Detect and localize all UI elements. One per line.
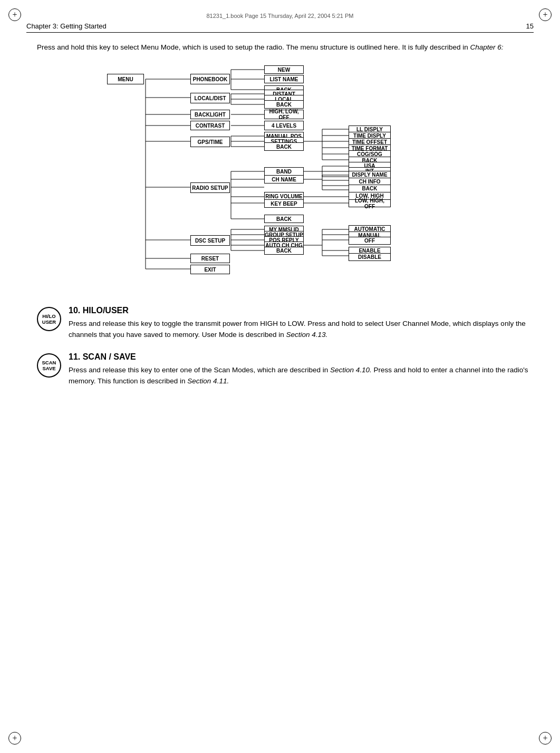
menu-box-off: OFF — [349, 237, 391, 245]
page-content: Press and hold this key to select Menu M… — [37, 42, 534, 399]
menu-box-new: NEW — [264, 65, 304, 74]
menu-box-radio-setup: RADIO SETUP — [190, 182, 230, 193]
registration-mark-br — [539, 732, 552, 745]
menu-box-back-ch: BACK — [349, 185, 391, 192]
scan-badge: SCANSAVE — [37, 353, 61, 378]
registration-mark-tl — [8, 8, 21, 21]
menu-box-dsc-setup: DSC SETUP — [190, 235, 230, 246]
intro-paragraph: Press and hold this key to select Menu M… — [37, 42, 534, 53]
scan-badge-text: SCANSAVE — [42, 360, 56, 372]
menu-box-high-low-off: HIGH, LOW, OFF — [264, 110, 304, 119]
hilo-body: Press and release this key to toggle the… — [69, 318, 534, 341]
menu-box-reset: RESET — [190, 254, 230, 263]
menu-box-local-dist: LOCAL/DIST — [190, 93, 230, 103]
menu-box-ch-name: CH NAME — [264, 175, 304, 184]
hilo-title: 10. HILO/USER — [69, 306, 534, 315]
menu-box-back4: BACK — [264, 215, 304, 223]
menu-box-four-levels: 4 LEVELS — [264, 121, 304, 130]
registration-mark-tr — [539, 8, 552, 21]
registration-mark-bl — [8, 732, 21, 745]
scan-title: 11. SCAN / SAVE — [69, 352, 534, 362]
scan-body: Press and release this key to enter one … — [69, 365, 534, 387]
menu-box-menu: MENU — [107, 74, 144, 84]
page-header: Chapter 3: Getting Started 15 — [26, 22, 534, 33]
hilo-content: 10. HILO/USER Press and release this key… — [69, 306, 534, 341]
menu-box-key-beep: KEY BEEP — [264, 199, 304, 208]
scan-content: 11. SCAN / SAVE Press and release this k… — [69, 352, 534, 387]
file-info: 81231_1.book Page 15 Thursday, April 22,… — [26, 13, 534, 19]
chapter-title: Chapter 3: Getting Started — [26, 22, 107, 30]
menu-box-low-high-off: LOW, HIGH, OFF — [349, 199, 391, 207]
menu-box-band: BAND — [264, 167, 304, 176]
menu-box-back5: BACK — [264, 247, 304, 255]
menu-box-gps-time: GPS/TIME — [190, 137, 230, 147]
menu-box-phonebook: PHONEBOOK — [190, 74, 230, 84]
menu-box-back2: BACK — [264, 100, 304, 109]
hilo-badge: HI/LOUSER — [37, 307, 61, 331]
menu-box-exit: EXIT — [190, 265, 230, 274]
menu-box-backlight: BACKLIGHT — [190, 110, 230, 119]
menu-diagram: MENU PHONEBOOK NEW LIST NAME BACK LOCAL/… — [101, 63, 470, 290]
menu-box-back3: BACK — [264, 142, 304, 151]
menu-box-list-name: LIST NAME — [264, 75, 304, 83]
menu-box-disable: DISABLE — [349, 253, 391, 261]
page-number: 15 — [526, 22, 534, 30]
scan-section: SCANSAVE 11. SCAN / SAVE Press and relea… — [37, 352, 534, 387]
menu-box-contrast: CONTRAST — [190, 121, 230, 130]
hilo-badge-text: HI/LOUSER — [42, 313, 56, 325]
hilo-section: HI/LOUSER 10. HILO/USER Press and releas… — [37, 306, 534, 341]
